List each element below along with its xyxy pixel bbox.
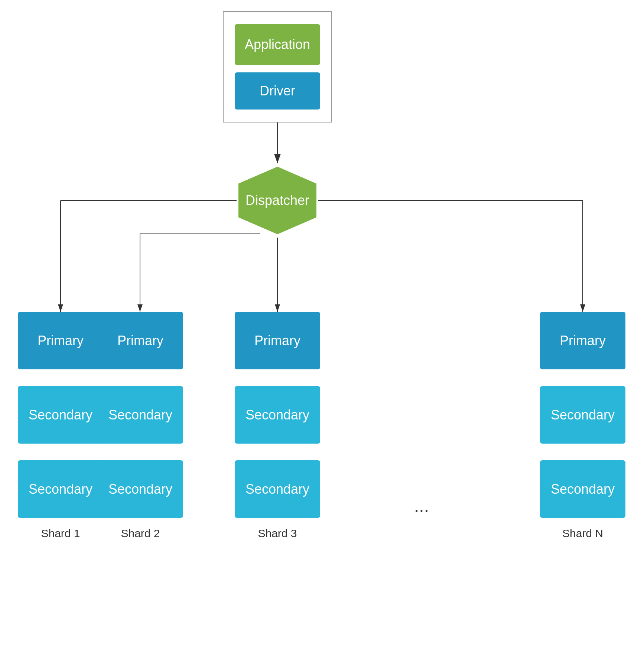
shardN-secondary1: Secondary — [540, 386, 625, 444]
application-box: Application — [235, 24, 320, 65]
ellipsis: ... — [394, 496, 449, 516]
shard3-secondary2: Secondary — [235, 460, 320, 518]
app-driver-container: Application Driver — [223, 11, 332, 123]
application-label: Application — [245, 37, 310, 52]
shard2-primary: Primary — [98, 312, 183, 369]
shard1-primary-label: Primary — [38, 333, 84, 349]
shard2-label: Shard 2 — [98, 527, 183, 540]
shard1-label: Shard 1 — [18, 527, 103, 540]
shardN-secondary2: Secondary — [540, 460, 625, 518]
shardN-primary: Primary — [540, 312, 625, 369]
shard2-primary-label: Primary — [117, 333, 163, 349]
shard1-secondary2-label: Secondary — [29, 481, 92, 497]
shardN-secondary1-label: Secondary — [551, 407, 615, 423]
shardN-label: Shard N — [540, 527, 625, 540]
shard2-secondary1: Secondary — [98, 386, 183, 444]
dispatcher-label: Dispatcher — [245, 193, 309, 208]
shard1-secondary1: Secondary — [18, 386, 103, 444]
shard3-primary: Primary — [235, 312, 320, 369]
shard3-secondary2-label: Secondary — [245, 481, 309, 497]
dispatcher-hexagon: Dispatcher — [238, 167, 316, 234]
shard3-primary-label: Primary — [254, 333, 300, 349]
shardN-secondary2-label: Secondary — [551, 481, 615, 497]
driver-label: Driver — [260, 83, 295, 99]
shard2-secondary1-label: Secondary — [108, 407, 172, 423]
shard2-secondary2: Secondary — [98, 460, 183, 518]
shardN-primary-label: Primary — [560, 333, 606, 349]
driver-box: Driver — [235, 72, 320, 110]
shard1-secondary2: Secondary — [18, 460, 103, 518]
shard3-secondary1-label: Secondary — [245, 407, 309, 423]
dispatcher-container: Dispatcher — [235, 163, 320, 238]
shard1-secondary1-label: Secondary — [29, 407, 92, 423]
shard1-primary: Primary — [18, 312, 103, 369]
shard2-secondary2-label: Secondary — [108, 481, 172, 497]
shard3-secondary1: Secondary — [235, 386, 320, 444]
diagram: Application Driver Dispatcher Primary Se… — [0, 0, 644, 650]
shard3-label: Shard 3 — [235, 527, 320, 540]
